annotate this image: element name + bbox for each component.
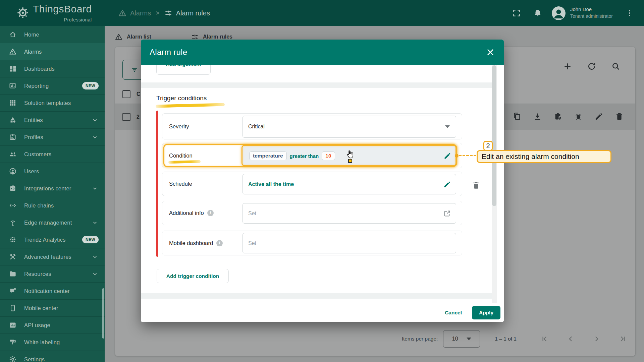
add-argument-button[interactable]: Add argument [156,65,211,75]
grid-icon [9,99,17,107]
user-name: John Doe [570,6,613,13]
severity-label: Severity [169,114,189,139]
schedule-field[interactable]: Active all the time [243,174,456,194]
user-role: Tenant administrator [570,13,613,20]
sidebar-item-edge-management[interactable]: Edge management [0,214,105,231]
edit-pencil-icon[interactable] [443,152,451,160]
open-in-new-icon[interactable] [443,209,451,218]
sidebar-item-label: Integrations center [24,185,91,192]
kebab-menu-icon[interactable] [625,0,634,26]
thingsboard-logo-icon [15,5,30,20]
sidebar-item-reporting[interactable]: ReportingNEW [0,77,105,95]
sidebar-item-advanced-features[interactable]: Advanced features [0,248,105,265]
additional-info-placeholder: Set [248,210,256,217]
cancel-button[interactable]: Cancel [445,310,462,316]
notifications-bell-icon[interactable] [533,0,542,26]
dashboards-icon [9,65,17,73]
breadcrumb-alarm-rules[interactable]: Alarm rules [164,9,210,17]
next-section-card [150,299,490,303]
edit-pencil-icon[interactable] [443,180,451,188]
chevron-down-icon [91,133,99,141]
schedule-value: Active all the time [248,181,294,187]
dialog-scrollbar[interactable] [492,65,497,303]
connector-dot [455,154,459,158]
marker-underline [168,160,201,164]
breadcrumb-separator: > [156,10,159,17]
sidebar-item-label: Edge management [24,220,91,226]
sidebar-item-label: Home [24,32,99,38]
sidebar-item-label: Profiles [24,134,91,140]
advanced-icon [9,253,17,261]
sidebar-item-notification-center[interactable]: Notification center [0,283,105,300]
mobile-icon [9,304,17,312]
rule-chains-icon [9,201,17,209]
sidebar-scrollbar[interactable] [102,288,104,339]
sidebar-item-label: Trendz Analytics [24,237,82,243]
section-divider [141,82,492,88]
sidebar-item-profiles[interactable]: Profiles [0,129,105,146]
sidebar-item-integrations-center[interactable]: Integrations center [0,180,105,197]
warning-icon [118,9,127,17]
add-trigger-condition-button[interactable]: Add trigger condition [157,269,229,283]
dialog-scrollbar-thumb[interactable] [492,65,496,206]
dialog-title: Alarm rule [150,48,187,57]
sidebar-item-resources[interactable]: Resources [0,265,105,283]
sidebar-item-users[interactable]: Users [0,163,105,180]
close-icon[interactable] [486,48,495,57]
sidebar-item-label: Users [24,168,99,175]
home-icon [9,31,17,39]
resources-icon [9,270,17,278]
chevron-down-icon [91,116,99,124]
severity-value: Critical [248,124,265,130]
sidebar-item-rule-chains[interactable]: Rule chains [0,197,105,214]
sidebar-item-alarms[interactable]: Alarms [0,43,105,60]
sidebar-item-solution-templates[interactable]: Solution templates [0,95,105,112]
remove-condition-trash-icon[interactable] [472,181,481,190]
sidebar-item-home[interactable]: Home [0,26,105,43]
sidebar-item-label: White labeling [24,339,99,346]
new-badge: NEW [82,236,99,243]
sidebar-item-label: Settings [24,356,99,362]
chevron-down-icon [91,185,99,192]
brand-logo[interactable]: ThingsBoard Professional [15,3,92,25]
dialog-body: Add argument Trigger conditions Severity… [141,65,504,303]
trendz-icon [9,236,17,244]
thingsboard-app: ThingsBoard Professional Alarms > Alarm … [0,0,644,362]
warning-icon [9,48,17,56]
white-labeling-icon [9,338,17,346]
sidebar-item-dashboards[interactable]: Dashboards [0,60,105,77]
sidebar-item-white-labeling[interactable]: White labeling [0,334,105,351]
mobile-dashboard-field[interactable]: Set [243,233,456,253]
fullscreen-icon[interactable] [512,0,521,26]
severity-select[interactable]: Critical [243,116,456,138]
section-divider [141,293,492,299]
dropdown-caret-icon [445,125,450,128]
alarm-rule-dialog: Alarm rule Add argument Trigger conditio… [141,40,504,322]
info-icon[interactable]: i [216,240,223,246]
sidebar-item-api-usage[interactable]: API usage [0,317,105,334]
settings-icon [9,355,17,362]
additional-info-field[interactable]: Set [243,203,456,224]
breadcrumb-alarms[interactable]: Alarms [118,9,151,17]
sidebar-item-settings[interactable]: Settings [0,351,105,362]
condition-operation: greater than [290,153,319,159]
reporting-icon [9,82,17,90]
user-info[interactable]: John Doe Tenant administrator [570,6,613,20]
sidebar-item-label: Dashboards [24,66,99,72]
dialog-footer: Cancel Apply [141,303,504,322]
sidebar-item-customers[interactable]: Customers [0,146,105,163]
additional-info-label: Additional info [169,210,204,216]
avatar[interactable] [552,6,566,20]
sidebar-item-label: Customers [24,151,99,158]
trigger-conditions-title: Trigger conditions [156,95,207,102]
sidebar-item-trendz-analytics[interactable]: Trendz AnalyticsNEW [0,231,105,248]
connector-dashed-line [459,155,476,156]
schedule-label: Schedule [169,172,192,196]
mobile-dashboard-row: Mobile dashboard i Set [162,231,462,255]
apply-button[interactable]: Apply [472,306,500,319]
info-icon[interactable]: i [207,210,214,216]
customers-icon [9,150,17,158]
sidebar-item-entities[interactable]: Entities [0,112,105,129]
additional-info-row: Additional info i Set [162,201,462,225]
sidebar-item-mobile-center[interactable]: Mobile center [0,300,105,317]
